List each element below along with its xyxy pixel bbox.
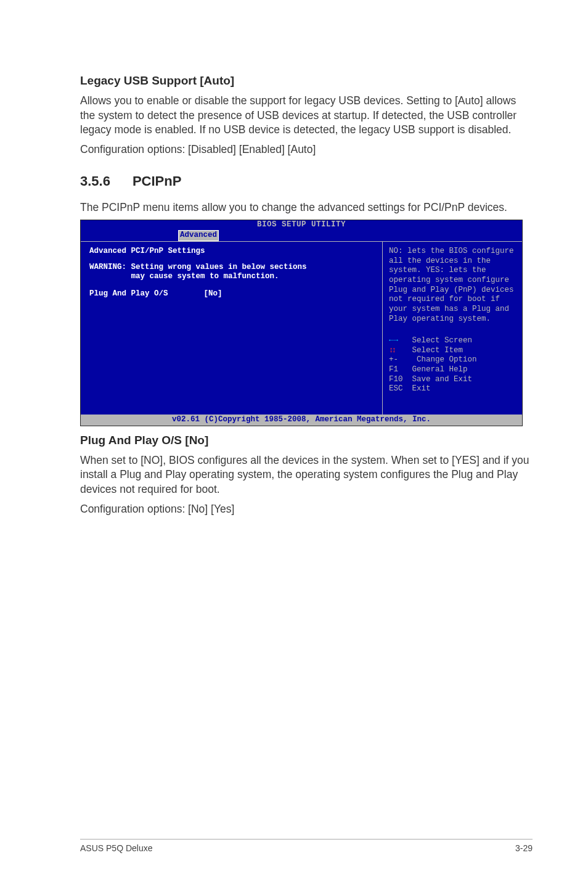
- legacy-usb-description: Allows you to enable or disable the supp…: [80, 94, 533, 138]
- section-title: PCIPnP: [133, 173, 181, 189]
- footer-product-name: ASUS P5Q Deluxe: [80, 843, 153, 853]
- bios-body: Advanced PCI/PnP Settings WARNING: Setti…: [81, 241, 522, 415]
- bios-key-select-screen: Select Screen: [389, 336, 516, 346]
- legacy-usb-config-options: Configuration options: [Disabled] [Enabl…: [80, 142, 533, 157]
- bios-help-text: NO: lets the BIOS configure all the devi…: [389, 247, 516, 324]
- bios-key-exit: ESC Exit: [389, 384, 516, 394]
- bios-setting-plug-and-play[interactable]: Plug And Play O/S[No]: [89, 289, 374, 299]
- arrows-left-right-icon: [389, 336, 407, 346]
- bios-key-legend: Select Screen Select Item +- Change Opti…: [389, 336, 516, 394]
- bios-tab-advanced[interactable]: Advanced: [178, 230, 219, 241]
- bios-key-general-help: F1 General Help: [389, 365, 516, 375]
- page-footer: ASUS P5Q Deluxe 3-29: [80, 839, 533, 853]
- arrows-up-down-icon: [389, 346, 407, 356]
- bios-left-panel: Advanced PCI/PnP Settings WARNING: Setti…: [81, 242, 383, 415]
- plug-and-play-description: When set to [NO], BIOS configures all th…: [80, 453, 533, 497]
- pcipnp-description: The PCIPnP menu items allow you to chang…: [80, 200, 533, 215]
- pcipnp-section-heading: 3.5.6PCIPnP: [80, 173, 533, 189]
- bios-copyright-footer: v02.61 (C)Copyright 1985-2008, American …: [81, 415, 522, 426]
- bios-key-change-option: +- Change Option: [389, 355, 516, 365]
- bios-utility-title: BIOS SETUP UTILITY: [81, 220, 522, 230]
- bios-setting-value[interactable]: [No]: [204, 289, 223, 299]
- bios-panel-heading: Advanced PCI/PnP Settings: [89, 247, 374, 257]
- bios-key-select-item: Select Item: [389, 346, 516, 356]
- legacy-usb-heading: Legacy USB Support [Auto]: [80, 74, 533, 88]
- bios-setup-screenshot: BIOS SETUP UTILITY Advanced Advanced PCI…: [80, 220, 523, 426]
- bios-key-save-exit: F10 Save and Exit: [389, 375, 516, 385]
- bios-warning-line2: may cause system to malfunction.: [89, 272, 374, 282]
- bios-header: BIOS SETUP UTILITY Advanced: [81, 220, 522, 241]
- bios-right-panel: NO: lets the BIOS configure all the devi…: [383, 242, 522, 415]
- section-number: 3.5.6: [80, 173, 110, 189]
- footer-page-number: 3-29: [515, 843, 533, 853]
- plug-and-play-heading: Plug And Play O/S [No]: [80, 434, 533, 447]
- plug-and-play-config-options: Configuration options: [No] [Yes]: [80, 502, 533, 517]
- bios-setting-label: Plug And Play O/S: [89, 289, 168, 298]
- bios-warning-line1: WARNING: Setting wrong values in below s…: [89, 263, 374, 273]
